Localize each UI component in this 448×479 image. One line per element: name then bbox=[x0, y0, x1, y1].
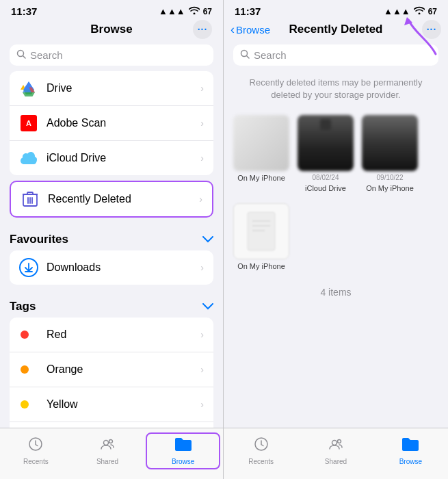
file-location: iCloud Drive bbox=[305, 184, 346, 192]
left-tab-bar: Recents Shared Browse bbox=[0, 428, 223, 479]
right-tab-bar: Recents Shared Browse bbox=[224, 428, 448, 479]
back-button[interactable]: ‹ Browse bbox=[230, 23, 270, 37]
wifi-icon bbox=[189, 6, 200, 16]
list-item[interactable]: A Adobe Scan › bbox=[10, 106, 213, 141]
back-chevron-icon: ‹ bbox=[230, 23, 235, 37]
file-location: On My iPhone bbox=[237, 174, 285, 182]
svg-point-6 bbox=[109, 440, 113, 443]
tags-section-header: Tags bbox=[0, 290, 223, 318]
right-page-title: Recently Deleted bbox=[289, 23, 383, 36]
file-date: 09/10/22 bbox=[377, 174, 404, 181]
right-panel: 11:37 ▲▲▲ 67 ‹ Browse Recently Deleted ·… bbox=[224, 0, 448, 479]
right-search-bar[interactable]: Search bbox=[233, 44, 438, 66]
downloads-icon bbox=[19, 258, 38, 277]
right-search-icon bbox=[240, 49, 250, 61]
left-tab-recents-label: Recents bbox=[23, 458, 49, 465]
tag-red-icon bbox=[19, 325, 38, 344]
icloud-drive-chevron: › bbox=[200, 153, 204, 164]
file-image bbox=[298, 115, 354, 171]
right-wifi-icon bbox=[414, 6, 425, 16]
right-nav-header: ‹ Browse Recently Deleted ··· bbox=[224, 20, 448, 42]
tag-orange-item[interactable]: Orange › bbox=[10, 352, 213, 387]
favourites-section: Downloads › bbox=[10, 250, 213, 285]
left-more-circle[interactable]: ··· bbox=[193, 20, 212, 39]
svg-point-5 bbox=[104, 441, 109, 445]
right-recents-icon bbox=[254, 437, 269, 456]
icloud-drive-label: iCloud Drive bbox=[47, 152, 200, 164]
left-search-bar[interactable]: Search bbox=[10, 44, 213, 66]
files-grid-row1: On My iPhone 08/02/24 iCloud Drive 09/10… bbox=[224, 109, 448, 198]
right-status-bar: 11:37 ▲▲▲ 67 bbox=[224, 0, 448, 20]
right-browse-folder-icon bbox=[401, 437, 419, 456]
file-location: On My iPhone bbox=[366, 184, 414, 192]
adobe-scan-chevron: › bbox=[200, 118, 204, 129]
tags-collapse-icon[interactable] bbox=[202, 300, 213, 313]
right-search-placeholder: Search bbox=[254, 49, 287, 61]
svg-point-15 bbox=[332, 441, 337, 445]
recently-deleted-container: Recently Deleted › bbox=[10, 181, 213, 218]
left-search-placeholder: Search bbox=[30, 49, 63, 61]
left-search-icon bbox=[16, 49, 26, 61]
right-more-circle[interactable]: ··· bbox=[422, 20, 441, 39]
files-grid-row2: On My iPhone bbox=[224, 198, 448, 276]
svg-rect-10 bbox=[248, 212, 275, 250]
favourites-label: Favourites bbox=[10, 233, 68, 246]
file-thumb[interactable]: On My iPhone bbox=[233, 115, 289, 192]
file-image bbox=[362, 115, 418, 171]
favourites-section-header: Favourites bbox=[0, 223, 223, 250]
right-tab-browse[interactable]: Browse bbox=[373, 434, 448, 468]
right-tab-browse-label: Browse bbox=[399, 458, 422, 465]
file-thumb[interactable]: 08/02/24 iCloud Drive bbox=[298, 115, 354, 192]
recently-deleted-item[interactable]: Recently Deleted › bbox=[11, 182, 212, 216]
tag-yellow-icon bbox=[19, 395, 38, 414]
file-date: 08/02/24 bbox=[313, 174, 339, 181]
tag-red-label: Red bbox=[47, 328, 200, 341]
tag-orange-icon bbox=[19, 360, 38, 379]
left-tab-shared[interactable]: Shared bbox=[72, 434, 144, 468]
trash-icon bbox=[21, 190, 40, 209]
locations-section: Drive › A Adobe Scan › iCloud Drive bbox=[10, 71, 213, 175]
right-more-icon: ··· bbox=[427, 24, 437, 35]
left-nav-header: Browse ··· bbox=[0, 20, 223, 42]
list-item[interactable]: iCloud Drive › bbox=[10, 141, 213, 175]
svg-line-9 bbox=[247, 56, 250, 59]
right-time: 11:37 bbox=[235, 5, 261, 17]
right-shared-icon bbox=[328, 437, 343, 456]
downloads-item[interactable]: Downloads › bbox=[10, 250, 213, 285]
svg-line-1 bbox=[23, 56, 26, 59]
drive-chevron: › bbox=[200, 83, 204, 94]
left-more-button[interactable]: ··· bbox=[193, 20, 212, 39]
downloads-chevron: › bbox=[200, 262, 204, 273]
left-tab-recents[interactable]: Recents bbox=[0, 434, 72, 468]
left-status-icons: ▲▲▲ 67 bbox=[159, 6, 212, 16]
battery-icon: 67 bbox=[203, 7, 212, 16]
favourites-collapse-icon[interactable] bbox=[202, 233, 213, 246]
drive-label: Drive bbox=[47, 82, 200, 94]
right-tab-shared[interactable]: Shared bbox=[298, 434, 373, 468]
back-label: Browse bbox=[236, 24, 270, 36]
file-image bbox=[233, 203, 289, 259]
file-location: On My iPhone bbox=[237, 262, 285, 270]
tags-label: Tags bbox=[10, 300, 36, 313]
list-item[interactable]: Drive › bbox=[10, 71, 213, 106]
tag-green-item[interactable]: Green › bbox=[10, 422, 213, 428]
recently-deleted-chevron: › bbox=[199, 194, 202, 205]
tag-orange-label: Orange bbox=[47, 363, 200, 376]
right-tab-shared-label: Shared bbox=[325, 458, 347, 465]
file-thumb[interactable]: On My iPhone bbox=[233, 203, 289, 270]
left-tab-browse[interactable]: Browse bbox=[146, 432, 220, 469]
right-more-button[interactable]: ··· bbox=[422, 20, 441, 39]
file-thumb[interactable]: 09/10/22 On My iPhone bbox=[362, 115, 418, 192]
left-more-icon: ··· bbox=[198, 24, 208, 35]
tag-red-item[interactable]: Red › bbox=[10, 318, 213, 352]
right-status-icons: ▲▲▲ 67 bbox=[384, 6, 437, 16]
left-panel: 11:37 ▲▲▲ 67 Browse ··· bbox=[0, 0, 224, 479]
left-tab-shared-label: Shared bbox=[96, 458, 118, 465]
tag-yellow-item[interactable]: Yellow › bbox=[10, 387, 213, 422]
file-image bbox=[233, 115, 289, 171]
tag-yellow-label: Yellow bbox=[47, 398, 200, 411]
left-time: 11:37 bbox=[11, 5, 37, 17]
svg-point-16 bbox=[337, 440, 341, 443]
right-tab-recents[interactable]: Recents bbox=[224, 434, 298, 468]
info-text: Recently deleted items may be permanentl… bbox=[224, 71, 448, 109]
